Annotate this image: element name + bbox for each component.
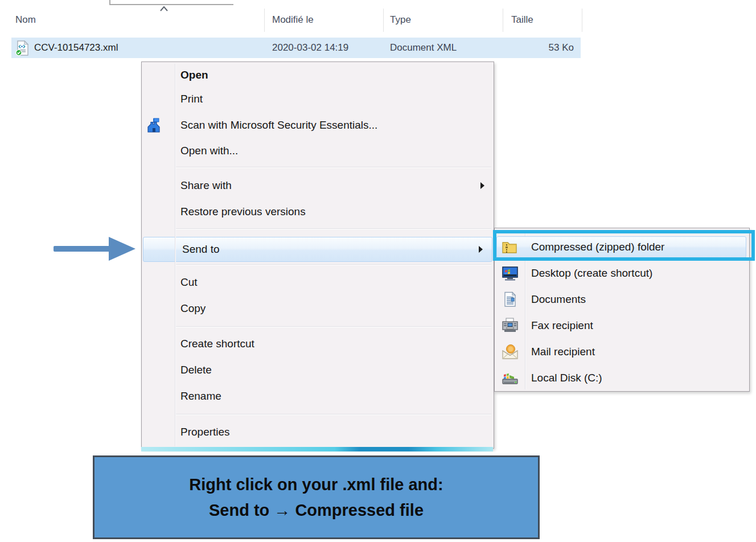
- file-name: CCV-10154723.xml: [34, 38, 118, 58]
- banner-line-2: Send to → Compressed file: [94, 498, 538, 523]
- menu-separator: [176, 228, 491, 229]
- menu-item-scan[interactable]: Scan with Microsoft Security Essentials.…: [142, 112, 494, 138]
- menu-item-share-with[interactable]: Share with: [142, 173, 494, 199]
- submenu-item-compressed-folder[interactable]: Compressed (zipped) folder: [495, 234, 749, 260]
- submenu-item-label: Desktop (create shortcut): [531, 267, 652, 280]
- menu-separator: [176, 326, 491, 327]
- mail-icon: [502, 344, 519, 360]
- menu-separator: [176, 264, 491, 265]
- menu-item-label: Create shortcut: [180, 338, 254, 350]
- menu-item-cut[interactable]: Cut: [142, 269, 494, 295]
- zip-folder-icon: [502, 239, 519, 255]
- security-essentials-icon: [146, 117, 162, 133]
- submenu-item-label: Fax recipient: [531, 319, 593, 332]
- menu-item-label: Open: [180, 69, 208, 81]
- xml-file-icon: [15, 40, 29, 56]
- submenu-item-desktop[interactable]: Desktop (create shortcut): [495, 260, 749, 286]
- column-divider[interactable]: [264, 9, 265, 32]
- column-header-modifie[interactable]: Modifié le: [272, 14, 314, 26]
- menu-item-label: Delete: [180, 364, 212, 376]
- file-modified: 2020-03-02 14:19: [272, 38, 348, 58]
- submenu-item-label: Mail recipient: [531, 346, 595, 358]
- local-disk-icon: [502, 370, 519, 386]
- column-header-nom[interactable]: Nom: [15, 14, 36, 26]
- menu-item-label: Print: [180, 93, 203, 105]
- annotation-pointer-arrow-icon: [52, 236, 137, 262]
- menu-item-copy[interactable]: Copy: [142, 295, 494, 322]
- desktop-icon: [502, 265, 519, 281]
- banner-line-1: Right click on your .xml file and:: [94, 472, 538, 498]
- menu-item-print[interactable]: Print: [142, 86, 494, 112]
- submenu-item-label: Compressed (zipped) folder: [531, 241, 664, 253]
- documents-icon: [502, 291, 519, 307]
- submenu-arrow-icon: [480, 182, 484, 189]
- menu-item-label: Send to: [182, 243, 220, 256]
- sort-ascending-icon[interactable]: [159, 6, 169, 11]
- instruction-banner: Right click on your .xml file and: Send …: [93, 455, 540, 539]
- menu-separator: [176, 167, 491, 167]
- menu-item-open-with[interactable]: Open with...: [142, 138, 494, 164]
- context-menu: Open Print Scan with Microsoft Security …: [141, 61, 494, 449]
- file-type: Document XML: [390, 38, 457, 58]
- submenu-item-documents[interactable]: Documents: [495, 286, 749, 313]
- menu-item-label: Copy: [180, 302, 206, 315]
- submenu-item-label: Documents: [531, 293, 586, 306]
- menu-item-label: Rename: [180, 390, 221, 403]
- submenu-item-local-disk-c[interactable]: Local Disk (C:): [495, 365, 749, 391]
- send-to-submenu: Compressed (zipped) folder Desktop (crea…: [494, 228, 750, 392]
- menu-item-label: Cut: [180, 276, 198, 289]
- menu-item-label: Open with...: [180, 145, 238, 157]
- submenu-arrow-icon: [479, 246, 483, 253]
- column-divider[interactable]: [503, 9, 503, 32]
- submenu-item-fax-recipient[interactable]: Fax recipient: [495, 313, 749, 339]
- menu-item-restore-previous-versions[interactable]: Restore previous versions: [142, 199, 494, 225]
- menu-item-create-shortcut[interactable]: Create shortcut: [142, 331, 494, 357]
- file-row[interactable]: CCV-10154723.xml 2020-03-02 14:19 Docume…: [11, 38, 581, 58]
- column-divider[interactable]: [383, 9, 384, 32]
- menu-item-label: Properties: [180, 426, 230, 438]
- menu-item-delete[interactable]: Delete: [142, 357, 494, 383]
- column-header-type[interactable]: Type: [390, 14, 411, 26]
- fax-icon: [502, 318, 519, 334]
- cropped-element-fragment: [109, 0, 233, 5]
- menu-item-send-to[interactable]: Send to: [143, 237, 492, 262]
- menu-item-rename[interactable]: Rename: [142, 383, 494, 409]
- file-size: 53 Ko: [501, 38, 574, 58]
- submenu-item-label: Local Disk (C:): [531, 372, 602, 384]
- menu-separator: [176, 414, 491, 414]
- column-header-taille[interactable]: Taille: [511, 14, 533, 26]
- menu-item-open[interactable]: Open: [142, 62, 494, 88]
- menu-item-label: Restore previous versions: [180, 206, 306, 218]
- background-window-strip: [141, 447, 493, 451]
- menu-item-label: Share with: [180, 179, 232, 192]
- submenu-item-mail-recipient[interactable]: Mail recipient: [495, 339, 749, 365]
- menu-item-label: Scan with Microsoft Security Essentials.…: [180, 119, 377, 132]
- menu-icon-gutter-divider: [175, 64, 175, 446]
- column-divider[interactable]: [582, 9, 582, 32]
- menu-item-properties[interactable]: Properties: [142, 419, 494, 445]
